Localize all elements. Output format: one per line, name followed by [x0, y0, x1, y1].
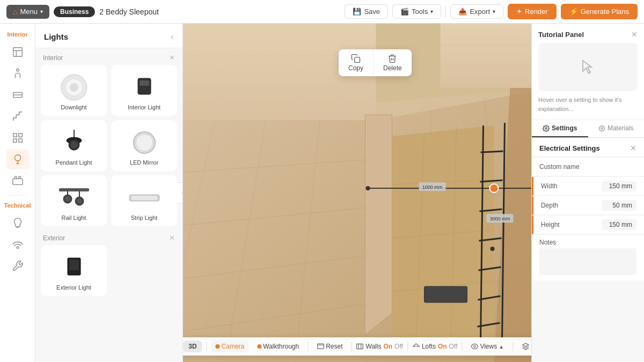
sidebar-item-grid[interactable]: [6, 128, 30, 148]
interior-section-close[interactable]: ✕: [169, 54, 175, 62]
tab-materials[interactable]: Materials: [588, 120, 645, 137]
reset-button[interactable]: Reset: [312, 341, 347, 352]
menu-chevron-icon: ▾: [40, 9, 43, 14]
electrical-settings-close[interactable]: ✕: [630, 144, 636, 152]
context-menu-copy[interactable]: Copy: [339, 49, 373, 76]
sidebar-item-furniture[interactable]: [6, 171, 30, 191]
sidebar-item-signal[interactable]: [6, 234, 30, 255]
tools-label: Tools: [412, 8, 428, 16]
walls-on-button[interactable]: On: [383, 343, 392, 350]
views-button[interactable]: Views ▲: [466, 341, 508, 352]
height-value: 150 mm: [602, 219, 636, 230]
depth-label: Depth: [541, 202, 602, 209]
light-item-rail[interactable]: Rail Light: [41, 175, 107, 226]
svg-point-102: [601, 127, 603, 129]
generate-plans-button[interactable]: ⚡ Generate Plans: [561, 4, 638, 19]
context-menu: Copy Delete: [339, 49, 412, 76]
svg-rect-93: [317, 344, 324, 349]
svg-point-100: [545, 127, 547, 129]
pendant-light-label: Pendant Light: [56, 159, 92, 166]
tools-button[interactable]: 🎬 Tools ▾: [392, 4, 441, 19]
custom-name-input[interactable]: [594, 161, 636, 172]
lights-panel: Lights ‹ Interior ✕: [35, 24, 183, 362]
tutorial-close-button[interactable]: ✕: [631, 30, 638, 39]
lights-panel-close-button[interactable]: ‹: [171, 31, 174, 42]
strip-light-label: Strip Light: [131, 215, 158, 221]
sidebar-item-walls[interactable]: [6, 85, 30, 105]
svg-point-87: [491, 247, 495, 251]
walls-off-button[interactable]: Off: [394, 343, 403, 350]
save-label: Save: [364, 8, 380, 16]
sidebar-item-lights[interactable]: [6, 149, 30, 169]
views-label: Views: [480, 343, 497, 350]
width-row: Width 150 mm: [532, 177, 644, 196]
reset-icon: [317, 343, 324, 350]
layers-icon: [522, 343, 529, 350]
reset-label: Reset: [326, 343, 342, 350]
icon-sidebar: Interior Technica: [0, 24, 35, 362]
render-label: Render: [525, 8, 548, 16]
sidebar-item-interior[interactable]: [6, 63, 30, 84]
lofts-on-button[interactable]: On: [438, 343, 447, 350]
svg-rect-95: [357, 344, 363, 349]
svg-text:1000 mm: 1000 mm: [422, 184, 443, 190]
tutorial-panel: Tutorial Panel ✕ Hover over a setting to…: [532, 24, 644, 120]
exterior-section-close[interactable]: ✕: [169, 234, 175, 242]
camera-toggle[interactable]: Camera: [211, 341, 249, 352]
tutorial-title: Tutorial Panel: [538, 31, 584, 39]
light-item-pendant[interactable]: Pendant Light: [41, 120, 107, 171]
layers-label: Layers: [531, 343, 531, 350]
light-item-interior[interactable]: Interior Light: [111, 65, 177, 116]
context-menu-delete[interactable]: Delete: [374, 49, 412, 76]
generate-icon: ⚡: [569, 8, 578, 16]
walkthrough-dot: [257, 344, 261, 349]
svg-point-30: [77, 198, 82, 204]
stairs-icon: [12, 110, 24, 122]
lofts-off-button[interactable]: Off: [449, 343, 458, 350]
svg-rect-0: [13, 48, 22, 57]
svg-rect-25: [59, 188, 89, 191]
viewport[interactable]: 1000 mm 3000 mm 3000 mm Copy: [183, 24, 531, 362]
tools-chevron-icon: ▾: [430, 9, 433, 14]
svg-rect-6: [13, 134, 16, 137]
tools-sidebar-icon: [12, 260, 24, 272]
context-copy-label: Copy: [348, 64, 363, 72]
panel-collapse-button[interactable]: ‹: [177, 182, 183, 204]
light-item-downlight[interactable]: Downlight: [41, 65, 107, 116]
svg-rect-33: [131, 196, 157, 200]
sidebar-item-bulb[interactable]: [6, 213, 30, 233]
svg-point-16: [70, 83, 78, 92]
tools-icon: 🎬: [400, 8, 409, 16]
menu-button[interactable]: ⌂ Menu ▾: [6, 5, 49, 19]
generate-plans-label: Generate Plans: [581, 8, 629, 16]
depth-row: Depth 50 mm: [532, 196, 644, 215]
lights-panel-title: Lights: [44, 32, 68, 41]
export-button[interactable]: 📤 Export ▾: [450, 4, 503, 19]
sidebar-item-floorplan[interactable]: [6, 42, 30, 62]
light-item-exterior[interactable]: Exterior Light: [41, 245, 107, 296]
export-chevron-icon: ▾: [493, 9, 495, 14]
custom-name-label: Custom name: [539, 163, 594, 171]
light-item-led-mirror[interactable]: LED Mirror: [111, 120, 177, 171]
tab-settings-label: Settings: [552, 124, 577, 132]
render-button[interactable]: ✦ Render: [508, 4, 557, 19]
tab-settings[interactable]: Settings: [532, 120, 588, 137]
project-title: 2 Beddy Sleepout: [99, 8, 340, 16]
svg-rect-35: [69, 260, 79, 270]
downlight-label: Downlight: [61, 104, 86, 110]
settings-tabs: Settings Materials: [532, 120, 644, 138]
light-item-strip[interactable]: Strip Light: [111, 175, 177, 226]
save-button[interactable]: 💾 Save: [345, 4, 388, 19]
height-row: Height 150 mm: [532, 216, 644, 234]
walkthrough-toggle[interactable]: Walkthrough: [253, 341, 303, 352]
context-delete-label: Delete: [383, 64, 402, 72]
btn-3d[interactable]: 3D: [183, 341, 202, 352]
walls-label: Walls: [366, 343, 382, 350]
sidebar-item-stairs[interactable]: [6, 106, 30, 127]
sidebar-item-tools[interactable]: [6, 256, 30, 276]
svg-rect-18: [140, 80, 149, 86]
save-icon: 💾: [353, 8, 361, 16]
pendant-light-image: [55, 128, 93, 157]
layers-button[interactable]: Layers: [517, 341, 531, 352]
notes-textarea[interactable]: [539, 248, 636, 275]
